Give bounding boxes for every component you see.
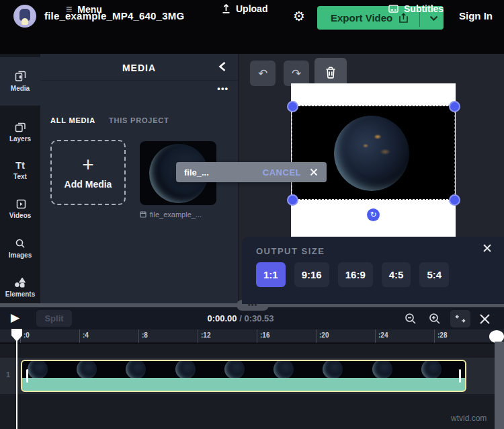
total-duration: 0:30.53 xyxy=(244,313,274,323)
sidebar-item-media[interactable]: Media xyxy=(0,57,40,106)
ruler-tick: :24 xyxy=(375,329,388,343)
uploading-filename: file_... xyxy=(176,167,263,178)
undo-icon: ↶ xyxy=(258,67,267,81)
upload-icon xyxy=(222,4,230,13)
track-number-label: 1 xyxy=(6,370,10,379)
split-button[interactable]: Split xyxy=(36,310,72,327)
media-panel-title: MEDIA xyxy=(40,63,238,73)
subtitles-label: Subtitles xyxy=(404,3,444,14)
upload-label: Upload xyxy=(236,3,267,14)
output-size-title: OUTPUT SIZE xyxy=(256,246,325,256)
film-icon xyxy=(140,211,146,218)
sidebar-item-videos[interactable]: Videos xyxy=(0,190,40,227)
play-button[interactable]: ▶ xyxy=(11,311,19,325)
ratio-9-16-button[interactable]: 9:16 xyxy=(294,262,329,287)
sidebar-label-images: Images xyxy=(9,251,32,259)
subtitles-icon xyxy=(388,5,398,13)
settings-gear-icon[interactable]: ⚙ xyxy=(292,9,306,24)
sidebar-item-images[interactable]: Images xyxy=(0,230,40,267)
sidebar-item-layers[interactable]: Layers xyxy=(0,113,40,150)
zoom-in-button[interactable] xyxy=(426,310,444,327)
thumbnail-filename: file_example_... xyxy=(150,210,202,219)
video-clip[interactable] xyxy=(21,360,466,392)
filmstrip-frame xyxy=(367,361,416,378)
add-media-button[interactable]: + Add Media xyxy=(50,140,126,205)
close-output-panel-icon[interactable] xyxy=(482,243,492,253)
menu-button[interactable]: ≡ Menu xyxy=(66,3,102,15)
image-search-icon xyxy=(15,238,26,249)
fit-timeline-button[interactable] xyxy=(450,310,470,327)
filmstrip-frame xyxy=(170,361,219,378)
ruler-tick: :12 xyxy=(198,329,210,343)
ratio-5-4-button[interactable]: 5:4 xyxy=(419,262,449,287)
resize-handle-bottom-right[interactable] xyxy=(449,194,460,206)
clip-filmstrip xyxy=(22,361,465,378)
dismiss-toast-icon[interactable] xyxy=(301,168,327,176)
panel-overflow-menu-icon[interactable]: ••• xyxy=(217,83,228,93)
redo-button[interactable]: ↷ xyxy=(284,61,309,86)
export-video-label: Export Video xyxy=(317,12,392,24)
ruler-tick: :20 xyxy=(316,329,329,343)
trash-icon xyxy=(325,67,336,79)
media-tabs: ALL MEDIA THIS PROJECT xyxy=(50,116,169,124)
sidebar-label-layers: Layers xyxy=(9,135,31,143)
clip-trim-handle-right[interactable] xyxy=(459,369,461,383)
left-sidebar: Media Layers Tt Text Videos Images Eleme… xyxy=(0,54,40,304)
upload-progress-toast: file_... CANCEL xyxy=(176,162,327,182)
playhead-line xyxy=(16,336,17,429)
ruler-tick: :4 xyxy=(79,329,89,343)
resize-handle-bottom-left[interactable] xyxy=(287,194,298,206)
timeline-ruler[interactable]: :0 :4 :8 :12 :16 :20 :24 :28 xyxy=(0,329,504,343)
clip-trim-handle-left[interactable] xyxy=(26,369,28,383)
current-time: 0:00.00 xyxy=(207,313,237,323)
hamburger-icon: ≡ xyxy=(66,3,72,15)
app-logo[interactable] xyxy=(13,5,36,28)
ruler-tick: :28 xyxy=(434,329,447,343)
sidebar-label-videos: Videos xyxy=(9,212,32,219)
time-display: 0:00.00 / 0:30.53 xyxy=(207,313,274,323)
elements-icon xyxy=(14,277,26,288)
filmstrip-frame xyxy=(268,361,317,378)
sign-in-link[interactable]: Sign In xyxy=(459,10,493,22)
logo-figure-belly xyxy=(22,18,28,25)
earth-video-frame xyxy=(334,116,409,191)
media-panel-header: MEDIA xyxy=(40,54,238,81)
ratio-4-5-button[interactable]: 4:5 xyxy=(382,262,411,287)
selected-video-layer[interactable] xyxy=(292,106,455,200)
media-icon xyxy=(15,71,26,82)
tab-all-media[interactable]: ALL MEDIA xyxy=(50,116,95,124)
resize-handle-top-right[interactable] xyxy=(449,101,460,112)
ratio-16-9-button[interactable]: 16:9 xyxy=(338,262,373,287)
filmstrip-frame xyxy=(120,361,169,378)
layers-icon xyxy=(15,121,26,132)
ratio-1-1-button[interactable]: 1:1 xyxy=(256,262,286,287)
filmstrip-frame xyxy=(22,361,71,378)
sidebar-item-text[interactable]: Tt Text xyxy=(0,151,40,188)
rotate-handle[interactable]: ↻ xyxy=(367,208,380,221)
resize-handle-top-left[interactable] xyxy=(287,101,298,112)
subtitles-button[interactable]: Subtitles xyxy=(388,3,444,14)
close-timeline-button[interactable] xyxy=(476,310,493,327)
redo-icon: ↷ xyxy=(292,67,301,81)
thumbnail-caption: file_example_... xyxy=(140,210,234,219)
fit-arrows-icon xyxy=(455,314,466,323)
undo-button[interactable]: ↶ xyxy=(250,61,276,86)
sidebar-item-elements[interactable]: Elements xyxy=(0,269,40,306)
zoom-out-icon xyxy=(405,313,417,325)
add-media-label: Add Media xyxy=(65,179,112,190)
zoom-out-button[interactable] xyxy=(402,310,419,327)
aspect-ratio-options: 1:1 9:16 16:9 4:5 5:4 xyxy=(256,262,449,287)
timeline-vertical-scrollbar[interactable] xyxy=(495,342,504,429)
menu-label: Menu xyxy=(77,4,102,15)
cancel-upload-button[interactable]: CANCEL xyxy=(263,167,301,178)
filmstrip-frame xyxy=(317,361,366,378)
timeline-lower-area xyxy=(0,394,504,429)
sidebar-label-elements: Elements xyxy=(5,290,35,298)
watermark: wtvid.com xyxy=(451,414,487,423)
close-icon xyxy=(479,313,491,325)
collapse-panel-chevron-icon[interactable] xyxy=(218,61,230,73)
upload-button[interactable]: Upload xyxy=(222,3,267,14)
text-icon: Tt xyxy=(15,160,25,170)
filmstrip-frame xyxy=(219,361,268,378)
tab-this-project[interactable]: THIS PROJECT xyxy=(109,116,169,124)
